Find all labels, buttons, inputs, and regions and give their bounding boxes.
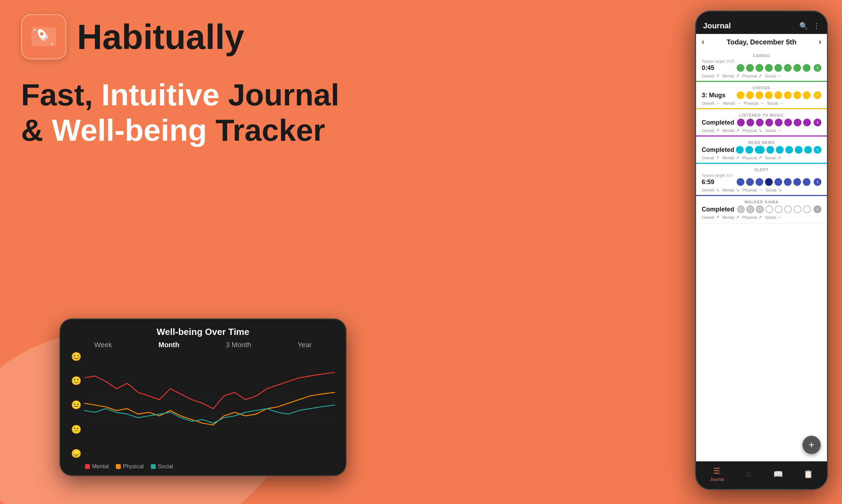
chart-tabs: Week Month 3 Month Year <box>71 341 335 349</box>
habit-sleep: SLEPT Todays target: 6:0 6:59 i Overall:… <box>696 164 827 196</box>
app-title: Habitually <box>77 17 244 57</box>
tagline-line1: Fast, Intuitive Journal <box>21 77 339 112</box>
prev-date-button[interactable]: ‹ <box>702 37 704 47</box>
habit-news: READ NEWS Completed i Overall:↗ Mental:↗ <box>696 137 827 164</box>
journal-title: Journal <box>703 21 731 30</box>
habit-kiara-circles <box>734 205 814 213</box>
habit-coffee-info[interactable]: i <box>814 91 821 99</box>
current-date: Today, December 5th <box>727 38 796 46</box>
habit-music-value: Completed <box>702 119 734 126</box>
habit-kiara-info[interactable]: i <box>814 205 821 213</box>
nav-mood[interactable]: ☺ <box>745 470 752 479</box>
chart-tab-3month[interactable]: 3 Month <box>226 341 251 349</box>
nav-stats-icon: 📋 <box>804 470 813 479</box>
journal-header: Journal 🔍 ⋮ <box>696 16 827 34</box>
habit-kiara: WALKED KIARA Completed i Overall:↗ Menta… <box>696 196 827 224</box>
habit-coffee-metrics: Overall:→ Mental:→ Physical:→ Social:→ <box>702 100 821 106</box>
habit-music: LISTENED TO MUSIC Completed i Overall:↗ … <box>696 110 827 137</box>
habit-cardio-category: CARDIO <box>702 54 821 58</box>
habit-music-circles <box>734 119 814 126</box>
habit-cardio: CARDIO Todays target: 0:15 0:45 i Overal… <box>696 50 827 82</box>
nav-journal[interactable]: ☰ Journal <box>710 467 724 482</box>
fab-add-button[interactable]: + <box>802 436 821 454</box>
habit-cardio-target: Todays target: 0:15 <box>702 59 821 63</box>
habits-list: CARDIO Todays target: 0:15 0:45 i Overal… <box>696 50 827 461</box>
phone-portrait: Journal 🔍 ⋮ ‹ Today, December 5th › CARD… <box>695 10 828 490</box>
chart-y-axis: 😊 🙂 😐 😕 😞 <box>71 352 82 461</box>
habit-news-metrics: Overall:↗ Mental:↗ Physical:↗ Social:↗ <box>702 155 821 160</box>
more-icon[interactable]: ⋮ <box>813 22 820 30</box>
habit-sleep-category: SLEPT <box>702 168 821 172</box>
habit-kiara-value: Completed <box>702 206 734 213</box>
bottom-nav: ☰ Journal ☺ 📖 📋 <box>696 461 827 489</box>
app-icon: ✦ ✦ <box>21 14 66 59</box>
habit-sleep-circles <box>733 178 814 186</box>
habit-news-info[interactable]: i <box>814 146 821 154</box>
habit-coffee-category: COFFEE <box>702 86 821 90</box>
habit-coffee-circles <box>733 91 814 99</box>
nav-reading-icon: 📖 <box>773 470 783 479</box>
habit-sleep-info[interactable]: i <box>814 178 821 186</box>
legend-mental: Mental <box>92 463 109 470</box>
chart-legend: Mental Physical Social <box>85 463 335 470</box>
habit-music-metrics: Overall:↗ Mental:↗ Physical:↘ Social:→ <box>702 128 821 133</box>
habit-cardio-metrics: Overall:↗ Mental:↗ Physical:↗ Social:→ <box>702 73 821 78</box>
habit-news-category: READ NEWS <box>702 140 821 145</box>
habit-cardio-info[interactable]: i <box>814 64 821 72</box>
habit-sleep-target: Todays target: 6:0 <box>702 173 821 177</box>
svg-text:✦: ✦ <box>50 42 53 46</box>
chart-tab-month[interactable]: Month <box>159 341 180 349</box>
habit-music-category: LISTENED TO MUSIC <box>702 113 821 117</box>
tagline: Fast, Intuitive Journal & Well-being Tra… <box>21 77 339 148</box>
chart-tab-year[interactable]: Year <box>297 341 311 349</box>
habit-coffee-value: 3: Mugs <box>702 92 733 99</box>
tagline-line2: & Well-being Tracker <box>21 112 339 148</box>
app-header: ✦ ✦ Habitually <box>21 14 244 59</box>
habit-kiara-category: WALKED KIARA <box>702 200 821 204</box>
habit-news-value: Completed <box>702 146 734 154</box>
chart-title: Well-being Over Time <box>71 327 335 337</box>
date-nav: ‹ Today, December 5th › <box>696 34 827 50</box>
phone-landscape: Well-being Over Time Week Month 3 Month … <box>59 318 346 476</box>
habit-cardio-circles <box>733 64 814 72</box>
chart-svg <box>84 352 335 461</box>
search-icon[interactable]: 🔍 <box>799 22 808 30</box>
habit-coffee: COFFEE 3: Mugs i Overall:→ Mental:→ <box>696 82 827 110</box>
habit-news-circles <box>734 146 814 154</box>
svg-text:✦: ✦ <box>33 28 36 33</box>
nav-journal-icon: ☰ <box>713 467 720 476</box>
nav-journal-label: Journal <box>710 477 724 482</box>
habit-sleep-value: 6:59 <box>702 178 733 186</box>
legend-physical: Physical <box>123 463 144 470</box>
next-date-button[interactable]: › <box>819 37 821 47</box>
habit-cardio-value: 0:45 <box>702 64 733 72</box>
habit-kiara-metrics: Overall:↗ Mental:↗ Physical:↗ Social:→ <box>702 215 821 220</box>
nav-mood-icon: ☺ <box>745 470 752 479</box>
habit-sleep-metrics: Overall:↘ Mental:↘ Physical:→ Social:↘ <box>702 187 821 192</box>
nav-reading[interactable]: 📖 <box>773 470 783 479</box>
legend-social: Social <box>158 463 173 470</box>
chart-tab-week[interactable]: Week <box>94 341 112 349</box>
nav-stats[interactable]: 📋 <box>804 470 813 479</box>
habit-music-info[interactable]: i <box>814 119 821 126</box>
